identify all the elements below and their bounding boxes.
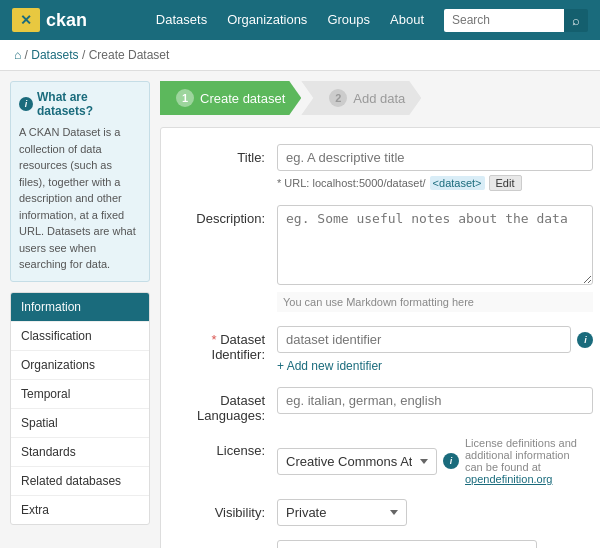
markdown-note: You can use Markdown formatting here: [277, 292, 593, 312]
url-edit-button[interactable]: Edit: [489, 175, 522, 191]
sidebar-item-extra[interactable]: Extra: [11, 496, 149, 524]
url-line: * URL: localhost:5000/dataset/ <dataset>…: [277, 175, 593, 191]
version-control: 1.0: [277, 540, 593, 548]
breadcrumb-current: Create Dataset: [89, 48, 170, 62]
sidebar-item-information[interactable]: Information: [11, 293, 149, 322]
step-2-label: Add data: [353, 91, 405, 106]
logo-text: ckan: [46, 10, 87, 31]
title-input[interactable]: [277, 144, 593, 171]
step-2-num: 2: [329, 89, 347, 107]
dataset-identifier-label: Dataset Identifier:: [177, 326, 277, 362]
sidebar-info-text: A CKAN Dataset is a collection of data r…: [19, 124, 141, 273]
dataset-languages-control: [277, 387, 593, 414]
url-dataset: <dataset>: [430, 176, 485, 190]
nav-groups[interactable]: Groups: [317, 0, 380, 40]
visibility-group: Visibility: Private Public: [177, 499, 593, 526]
form: Title: * URL: localhost:5000/dataset/ <d…: [160, 127, 600, 548]
dataset-languages-group: Dataset Languages:: [177, 387, 593, 423]
dataset-identifier-input[interactable]: [277, 326, 571, 353]
license-select[interactable]: Creative Commons Attribut... Open Data C…: [277, 448, 437, 475]
sidebar: i What are datasets? A CKAN Dataset is a…: [10, 81, 150, 548]
sidebar-info-title: i What are datasets?: [19, 90, 141, 118]
sidebar-item-related-databases[interactable]: Related databases: [11, 467, 149, 496]
step-1: 1 Create dataset: [160, 81, 301, 115]
step-2: 2 Add data: [301, 81, 421, 115]
description-group: Description: You can use Markdown format…: [177, 205, 593, 312]
version-input[interactable]: 1.0: [277, 540, 537, 548]
sidebar-item-standards[interactable]: Standards: [11, 438, 149, 467]
license-info-icon[interactable]: i: [443, 453, 459, 469]
steps-bar: 1 Create dataset 2 Add data: [160, 81, 600, 115]
main-nav: Datasets Organizations Groups About: [146, 0, 434, 40]
dataset-languages-label: Dataset Languages:: [177, 387, 277, 423]
title-group: Title: * URL: localhost:5000/dataset/ <d…: [177, 144, 593, 191]
breadcrumb: ⌂ / Datasets / Create Dataset: [0, 40, 600, 71]
license-control: Creative Commons Attribut... Open Data C…: [277, 437, 593, 485]
nav-datasets[interactable]: Datasets: [146, 0, 217, 40]
url-prefix: * URL: localhost:5000/dataset/: [277, 177, 426, 189]
logo: ✕ ckan: [12, 8, 87, 32]
title-control: * URL: localhost:5000/dataset/ <dataset>…: [277, 144, 593, 191]
identifier-info-icon[interactable]: i: [577, 332, 593, 348]
logo-icon: ✕: [12, 8, 40, 32]
dataset-identifier-group: Dataset Identifier: i + Add new identifi…: [177, 326, 593, 373]
add-identifier-link[interactable]: + Add new identifier: [277, 359, 593, 373]
license-note-inline: License definitions and additional infor…: [465, 437, 593, 485]
description-control: You can use Markdown formatting here: [277, 205, 593, 312]
dataset-languages-input[interactable]: [277, 387, 593, 414]
license-label: License:: [177, 437, 277, 458]
sidebar-item-spatial[interactable]: Spatial: [11, 409, 149, 438]
header: ✕ ckan Datasets Organizations Groups Abo…: [0, 0, 600, 40]
title-label: Title:: [177, 144, 277, 165]
step-1-num: 1: [176, 89, 194, 107]
opendefinition-link[interactable]: opendefinition.org: [465, 473, 552, 485]
sidebar-item-classification[interactable]: Classification: [11, 322, 149, 351]
version-label: Version:: [177, 540, 277, 548]
breadcrumb-datasets[interactable]: Datasets: [31, 48, 78, 62]
sidebar-nav: Information Classification Organizations…: [10, 292, 150, 525]
description-label: Description:: [177, 205, 277, 226]
sidebar-info-box: i What are datasets? A CKAN Dataset is a…: [10, 81, 150, 282]
sidebar-item-temporal[interactable]: Temporal: [11, 380, 149, 409]
visibility-label: Visibility:: [177, 499, 277, 520]
nav-about[interactable]: About: [380, 0, 434, 40]
breadcrumb-home[interactable]: ⌂: [14, 48, 21, 62]
license-select-wrap: Creative Commons Attribut... Open Data C…: [277, 437, 593, 485]
visibility-control: Private Public: [277, 499, 593, 526]
search-wrap: ⌕: [444, 9, 588, 32]
content: 1 Create dataset 2 Add data Title: * URL…: [160, 81, 600, 548]
description-textarea[interactable]: [277, 205, 593, 285]
search-button[interactable]: ⌕: [564, 9, 588, 32]
dataset-identifier-control: i + Add new identifier: [277, 326, 593, 373]
visibility-select[interactable]: Private Public: [277, 499, 407, 526]
version-group: Version: 1.0: [177, 540, 593, 548]
nav-organizations[interactable]: Organizations: [217, 0, 317, 40]
search-input[interactable]: [444, 9, 564, 32]
license-group: License: Creative Commons Attribut... Op…: [177, 437, 593, 485]
identifier-row: i: [277, 326, 593, 353]
sidebar-item-organizations[interactable]: Organizations: [11, 351, 149, 380]
info-icon: i: [19, 97, 33, 111]
step-1-label: Create dataset: [200, 91, 285, 106]
main-layout: i What are datasets? A CKAN Dataset is a…: [0, 71, 600, 548]
